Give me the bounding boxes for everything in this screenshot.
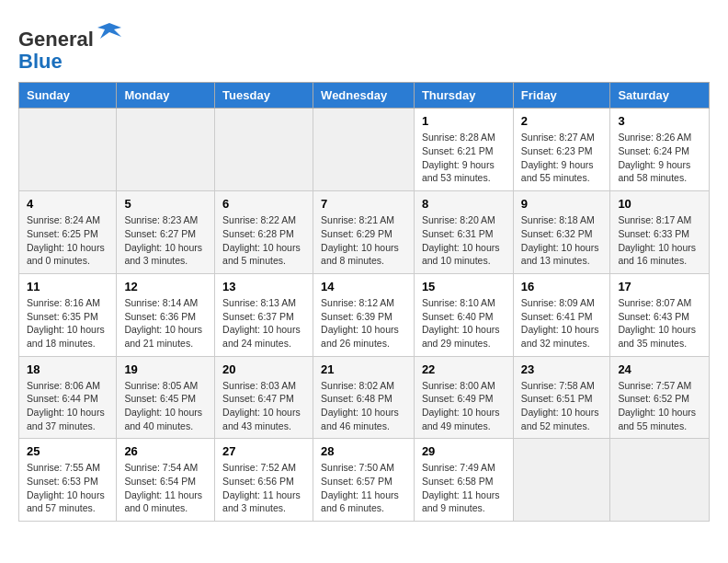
day-info: Sunrise: 8:17 AMSunset: 6:33 PMDaylight:… <box>618 213 701 268</box>
day-number: 6 <box>222 197 305 211</box>
logo-bird-icon <box>96 18 123 46</box>
day-number: 9 <box>521 197 603 211</box>
day-header-sunday: Sunday <box>19 83 117 109</box>
day-info: Sunrise: 7:49 AMSunset: 6:58 PMDaylight:… <box>422 461 506 515</box>
day-number: 27 <box>222 444 305 458</box>
day-info: Sunrise: 7:55 AMSunset: 6:53 PMDaylight:… <box>27 461 108 515</box>
header: General Blue <box>18 18 710 73</box>
calendar-cell: 27Sunrise: 7:52 AMSunset: 6:56 PMDayligh… <box>215 439 313 522</box>
day-number: 23 <box>521 362 603 376</box>
day-number: 10 <box>618 197 701 211</box>
day-number: 7 <box>321 197 406 211</box>
calendar-cell: 24Sunrise: 7:57 AMSunset: 6:52 PMDayligh… <box>610 356 710 439</box>
calendar-cell: 12Sunrise: 8:14 AMSunset: 6:36 PMDayligh… <box>117 273 215 356</box>
calendar-cell: 23Sunrise: 7:58 AMSunset: 6:51 PMDayligh… <box>513 356 610 439</box>
calendar-cell: 26Sunrise: 7:54 AMSunset: 6:54 PMDayligh… <box>117 439 215 522</box>
calendar-cell: 18Sunrise: 8:06 AMSunset: 6:44 PMDayligh… <box>19 356 117 439</box>
day-info: Sunrise: 7:57 AMSunset: 6:52 PMDaylight:… <box>618 379 701 433</box>
day-number: 21 <box>321 362 406 376</box>
calendar-cell: 20Sunrise: 8:03 AMSunset: 6:47 PMDayligh… <box>215 356 313 439</box>
day-number: 29 <box>422 444 506 458</box>
calendar-cell <box>610 439 710 522</box>
calendar-cell <box>117 109 215 191</box>
day-info: Sunrise: 8:21 AMSunset: 6:29 PMDaylight:… <box>321 213 406 268</box>
calendar-cell: 15Sunrise: 8:10 AMSunset: 6:40 PMDayligh… <box>414 273 513 356</box>
day-number: 1 <box>422 114 506 128</box>
calendar-cell: 28Sunrise: 7:50 AMSunset: 6:57 PMDayligh… <box>313 439 415 522</box>
day-number: 13 <box>222 280 305 293</box>
day-info: Sunrise: 8:24 AMSunset: 6:25 PMDaylight:… <box>27 213 108 268</box>
day-number: 19 <box>124 362 207 376</box>
day-number: 14 <box>321 280 406 293</box>
calendar-cell: 8Sunrise: 8:20 AMSunset: 6:31 PMDaylight… <box>414 191 513 274</box>
calendar-week-row: 1Sunrise: 8:28 AMSunset: 6:21 PMDaylight… <box>19 109 710 191</box>
day-info: Sunrise: 8:05 AMSunset: 6:45 PMDaylight:… <box>124 379 207 433</box>
day-header-wednesday: Wednesday <box>313 83 415 109</box>
calendar-cell: 2Sunrise: 8:27 AMSunset: 6:23 PMDaylight… <box>513 109 610 191</box>
calendar-week-row: 18Sunrise: 8:06 AMSunset: 6:44 PMDayligh… <box>19 356 710 439</box>
day-info: Sunrise: 8:28 AMSunset: 6:21 PMDaylight:… <box>422 131 506 185</box>
calendar-header-row: SundayMondayTuesdayWednesdayThursdayFrid… <box>19 83 710 109</box>
day-info: Sunrise: 8:13 AMSunset: 6:37 PMDaylight:… <box>222 296 305 350</box>
calendar-cell: 7Sunrise: 8:21 AMSunset: 6:29 PMDaylight… <box>313 191 415 274</box>
day-number: 11 <box>27 280 108 293</box>
day-info: Sunrise: 8:22 AMSunset: 6:28 PMDaylight:… <box>222 213 305 268</box>
calendar-cell: 10Sunrise: 8:17 AMSunset: 6:33 PMDayligh… <box>610 191 710 274</box>
day-info: Sunrise: 8:14 AMSunset: 6:36 PMDaylight:… <box>124 296 207 350</box>
day-number: 15 <box>422 280 506 293</box>
day-number: 4 <box>27 197 108 211</box>
day-info: Sunrise: 8:07 AMSunset: 6:43 PMDaylight:… <box>618 296 701 350</box>
day-info: Sunrise: 8:03 AMSunset: 6:47 PMDaylight:… <box>222 379 305 433</box>
calendar-cell <box>313 109 415 191</box>
day-info: Sunrise: 8:27 AMSunset: 6:23 PMDaylight:… <box>521 131 603 185</box>
calendar-cell: 29Sunrise: 7:49 AMSunset: 6:58 PMDayligh… <box>414 439 513 522</box>
day-info: Sunrise: 8:09 AMSunset: 6:41 PMDaylight:… <box>521 296 603 350</box>
day-info: Sunrise: 8:26 AMSunset: 6:24 PMDaylight:… <box>618 131 701 185</box>
day-info: Sunrise: 8:02 AMSunset: 6:48 PMDaylight:… <box>321 379 406 433</box>
day-header-friday: Friday <box>513 83 610 109</box>
calendar-cell: 19Sunrise: 8:05 AMSunset: 6:45 PMDayligh… <box>117 356 215 439</box>
calendar-cell: 4Sunrise: 8:24 AMSunset: 6:25 PMDaylight… <box>19 191 117 274</box>
day-number: 8 <box>422 197 506 211</box>
calendar-cell <box>513 439 610 522</box>
logo: General Blue <box>18 18 123 73</box>
day-number: 25 <box>27 444 108 458</box>
calendar-cell: 17Sunrise: 8:07 AMSunset: 6:43 PMDayligh… <box>610 273 710 356</box>
calendar-cell: 6Sunrise: 8:22 AMSunset: 6:28 PMDaylight… <box>215 191 313 274</box>
day-number: 20 <box>222 362 305 376</box>
day-number: 18 <box>27 362 108 376</box>
calendar-week-row: 25Sunrise: 7:55 AMSunset: 6:53 PMDayligh… <box>19 439 710 522</box>
calendar-cell: 16Sunrise: 8:09 AMSunset: 6:41 PMDayligh… <box>513 273 610 356</box>
day-number: 16 <box>521 280 603 293</box>
day-number: 2 <box>521 114 603 128</box>
calendar-cell: 5Sunrise: 8:23 AMSunset: 6:27 PMDaylight… <box>117 191 215 274</box>
calendar-cell: 13Sunrise: 8:13 AMSunset: 6:37 PMDayligh… <box>215 273 313 356</box>
day-info: Sunrise: 8:10 AMSunset: 6:40 PMDaylight:… <box>422 296 506 350</box>
day-info: Sunrise: 8:16 AMSunset: 6:35 PMDaylight:… <box>27 296 108 350</box>
calendar-cell: 3Sunrise: 8:26 AMSunset: 6:24 PMDaylight… <box>610 109 710 191</box>
day-info: Sunrise: 8:18 AMSunset: 6:32 PMDaylight:… <box>521 213 603 268</box>
day-info: Sunrise: 8:23 AMSunset: 6:27 PMDaylight:… <box>124 213 207 268</box>
day-info: Sunrise: 8:06 AMSunset: 6:44 PMDaylight:… <box>27 379 108 433</box>
day-number: 24 <box>618 362 701 376</box>
calendar-cell: 9Sunrise: 8:18 AMSunset: 6:32 PMDaylight… <box>513 191 610 274</box>
day-info: Sunrise: 7:52 AMSunset: 6:56 PMDaylight:… <box>222 461 305 515</box>
day-number: 22 <box>422 362 506 376</box>
day-number: 28 <box>321 444 406 458</box>
calendar-table: SundayMondayTuesdayWednesdayThursdayFrid… <box>18 82 710 522</box>
calendar-cell: 11Sunrise: 8:16 AMSunset: 6:35 PMDayligh… <box>19 273 117 356</box>
svg-marker-0 <box>97 23 121 39</box>
day-number: 5 <box>124 197 207 211</box>
day-info: Sunrise: 8:00 AMSunset: 6:49 PMDaylight:… <box>422 379 506 433</box>
calendar-cell: 14Sunrise: 8:12 AMSunset: 6:39 PMDayligh… <box>313 273 415 356</box>
day-header-monday: Monday <box>117 83 215 109</box>
logo-general: General <box>18 28 94 51</box>
calendar-cell: 21Sunrise: 8:02 AMSunset: 6:48 PMDayligh… <box>313 356 415 439</box>
day-header-thursday: Thursday <box>414 83 513 109</box>
day-info: Sunrise: 8:20 AMSunset: 6:31 PMDaylight:… <box>422 213 506 268</box>
day-header-saturday: Saturday <box>610 83 710 109</box>
day-info: Sunrise: 7:50 AMSunset: 6:57 PMDaylight:… <box>321 461 406 515</box>
day-header-tuesday: Tuesday <box>215 83 313 109</box>
day-number: 26 <box>124 444 207 458</box>
day-info: Sunrise: 7:58 AMSunset: 6:51 PMDaylight:… <box>521 379 603 433</box>
